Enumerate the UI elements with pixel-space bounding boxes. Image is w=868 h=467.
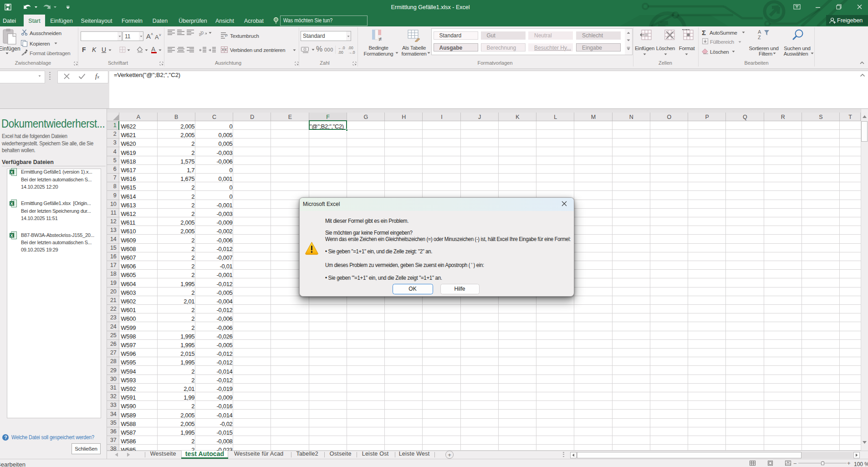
svg-text:A: A xyxy=(758,29,761,35)
svg-text:ab: ab xyxy=(199,29,205,36)
svg-text:X: X xyxy=(10,201,13,206)
svg-text:X: X xyxy=(10,233,13,237)
svg-text:X: X xyxy=(10,170,13,174)
svg-text:Z: Z xyxy=(758,35,761,40)
svg-text:?: ? xyxy=(4,435,7,440)
svg-text:≠: ≠ xyxy=(378,36,382,42)
